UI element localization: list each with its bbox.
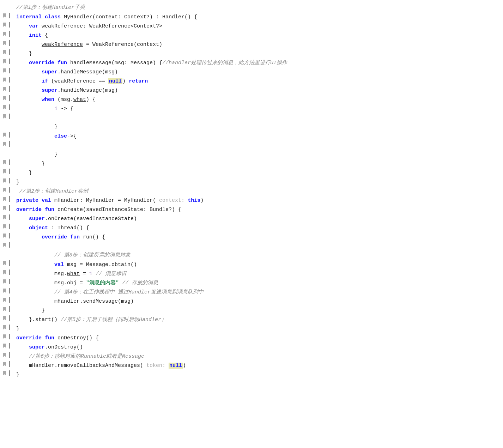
comment-token: //第5步：开启子线程（同时启动Handler） — [61, 317, 166, 323]
line-gutter — [0, 187, 10, 193]
plain-token: handleMessage(msg: Message) { — [67, 60, 162, 66]
plain-token: .onDestroy() — [45, 344, 83, 350]
code-lines: //第1步：创建Handler子类internal class MyHandle… — [0, 4, 503, 380]
plain-token: } — [16, 124, 57, 130]
code-line: super.onDestroy() — [0, 343, 503, 352]
line-content: msg.what = 1 // 消息标识 — [16, 270, 496, 278]
plain-token — [16, 133, 54, 139]
plain-token — [16, 353, 29, 359]
line-content: msg.obj = "消息的内容" // 存放的消息 — [16, 279, 496, 287]
code-line: }.start() //第5步：开启子线程（同时启动Handler） — [0, 315, 503, 325]
string-token: "消息的内容" — [86, 280, 119, 286]
plain-token — [16, 78, 42, 84]
plain-token: = WeakReference(context) — [83, 42, 162, 48]
code-line: } — [0, 150, 503, 159]
line-content: //第2步：创建Handler实例 — [16, 187, 496, 196]
plain-token: } — [16, 179, 19, 185]
code-line: msg.obj = "消息的内容" // 存放的消息 — [0, 279, 503, 288]
line-content: val msg = Message.obtain() — [16, 261, 496, 269]
line-content: mHandler.sendMessage(msg) — [16, 297, 496, 306]
line-content: } — [16, 123, 496, 131]
line-content: if (weakReference == null) return — [16, 77, 496, 86]
plain-token: onCreate(savedInstanceState: Bundle?) { — [54, 207, 181, 213]
code-line — [0, 242, 503, 251]
code-line: internal class MyHandler(context: Contex… — [0, 13, 503, 22]
plain-token: -> { — [57, 106, 73, 112]
plain-token — [92, 271, 96, 277]
plain-token: = — [77, 280, 86, 286]
line-content: mHandler.removeCallbacksAndMessages( tok… — [16, 362, 496, 370]
plain-token — [54, 60, 57, 66]
param-label-token: context: — [159, 198, 184, 204]
keyword-token: override — [29, 60, 54, 66]
line-gutter — [0, 334, 10, 339]
line-gutter — [0, 233, 10, 238]
plain-token: } — [16, 372, 19, 378]
plain-token: mHandler.removeCallbacksAndMessages( — [16, 363, 146, 369]
line-gutter — [0, 49, 10, 55]
keyword-token: private — [16, 198, 38, 204]
line-gutter — [0, 370, 10, 376]
plain-token: .handleMessage(msg) — [57, 87, 118, 93]
keyword-token: internal — [16, 14, 42, 20]
code-line: } — [0, 49, 503, 59]
plain-token — [16, 234, 42, 240]
line-gutter — [0, 279, 10, 284]
comment-token: //第2步：创建Handler实例 — [16, 188, 88, 194]
plain-token: msg = Message.obtain() — [64, 262, 137, 268]
plain-token — [16, 344, 29, 350]
code-line: } — [0, 325, 503, 334]
line-content: // 第3步：创建所需的消息对象 — [16, 251, 496, 260]
line-content: super.onCreate(savedInstanceState) — [16, 215, 496, 223]
line-gutter — [0, 270, 10, 275]
line-gutter — [0, 352, 10, 358]
plain-token: MyHandler(context: Context?) : Handler()… — [61, 14, 197, 20]
line-content: }.start() //第5步：开启子线程（同时启动Handler） — [16, 316, 496, 324]
code-line: //第6步：移除对应的Runnable或者是Message — [0, 352, 503, 361]
line-content: } — [16, 50, 496, 58]
plain-token: ) { — [86, 97, 96, 103]
code-line — [0, 141, 503, 150]
code-line: } — [0, 306, 503, 315]
null-keyword-token: null — [108, 78, 122, 84]
plain-token — [184, 198, 188, 204]
line-content: } — [16, 371, 496, 379]
line-content: } — [16, 169, 496, 177]
plain-token: } — [16, 326, 19, 332]
code-line: else->{ — [0, 132, 503, 141]
code-line: mHandler.sendMessage(msg) — [0, 297, 503, 306]
code-line: val msg = Message.obtain() — [0, 260, 503, 270]
plain-token: } — [16, 51, 32, 57]
super-keyword-token: super — [42, 69, 57, 75]
plain-token: = — [80, 271, 89, 277]
code-line: super.handleMessage(msg) — [0, 68, 503, 77]
code-line: } — [0, 159, 503, 169]
keyword-token: override — [42, 234, 67, 240]
line-gutter — [0, 343, 10, 349]
code-line: mHandler.removeCallbacksAndMessages( tok… — [0, 361, 503, 370]
comment-token: //第6步：移除对应的Runnable或者是Message — [29, 353, 144, 359]
keyword-token: class — [45, 14, 61, 20]
line-gutter — [0, 68, 10, 73]
line-content: override fun handleMessage(msg: Message)… — [16, 59, 496, 67]
code-line: init { — [0, 31, 503, 40]
line-gutter — [0, 86, 10, 92]
line-gutter — [0, 260, 10, 266]
plain-token — [42, 207, 45, 213]
code-line: weakReference = WeakReference(context) — [0, 40, 503, 49]
plain-token — [42, 14, 45, 20]
line-content: //第6步：移除对应的Runnable或者是Message — [16, 352, 496, 361]
line-gutter — [0, 214, 10, 220]
line-gutter — [0, 13, 10, 18]
keyword-token: override — [16, 335, 42, 341]
code-line: } — [0, 178, 503, 187]
plain-token — [16, 252, 54, 258]
super-keyword-token: super — [42, 87, 57, 93]
line-gutter — [0, 325, 10, 330]
line-gutter — [0, 288, 10, 293]
param-label-token: token: — [146, 363, 165, 369]
code-line: when (msg.what) { — [0, 95, 503, 104]
plain-token: ) — [122, 78, 129, 84]
line-content: else->{ — [16, 132, 496, 141]
line-content: // 第4步：在工作线程中 通过Handler发送消息到消息队列中 — [16, 288, 496, 297]
